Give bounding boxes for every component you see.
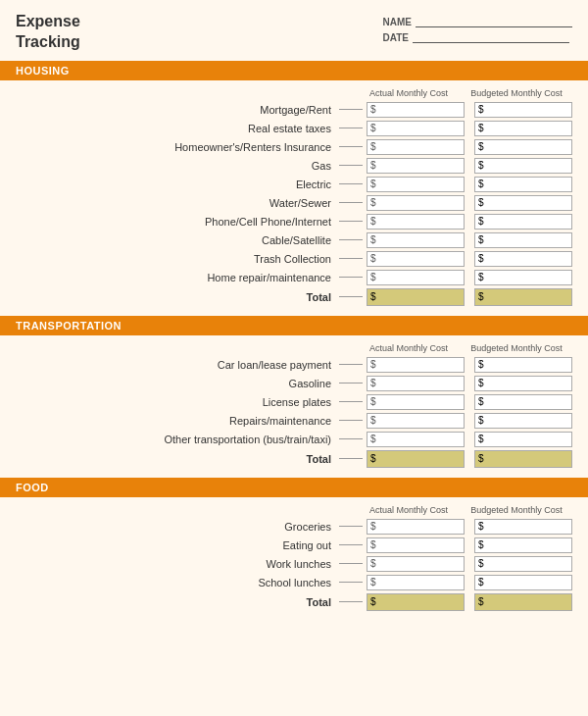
date-label: DATE: [383, 32, 409, 43]
housing-total-row: Total $ $: [16, 288, 572, 306]
food-total-actual[interactable]: $: [367, 593, 465, 611]
actual-input[interactable]: $: [367, 556, 465, 572]
budget-input[interactable]: $: [474, 413, 572, 429]
date-field[interactable]: DATE: [383, 31, 572, 43]
budget-input[interactable]: $: [474, 357, 572, 373]
actual-input[interactable]: $: [367, 575, 465, 590]
table-row: Phone/Cell Phone/Internet $ $: [16, 214, 572, 230]
table-row: Home repair/maintenance $ $: [16, 270, 572, 285]
table-row: Trash Collection $ $: [16, 251, 572, 267]
budget-input[interactable]: $: [474, 575, 572, 590]
actual-input[interactable]: $: [367, 270, 465, 285]
actual-input[interactable]: $: [367, 195, 465, 211]
table-row: Other transportation (bus/train/taxi) $ …: [16, 432, 572, 447]
table-row: Work lunches $ $: [16, 556, 572, 572]
budget-input[interactable]: $: [474, 432, 572, 447]
budget-input[interactable]: $: [474, 251, 572, 267]
table-row: Groceries $ $: [16, 519, 572, 535]
food-header: FOOD: [0, 478, 588, 497]
title-line1: Expense: [16, 13, 80, 29]
table-row: Water/Sewer $ $: [16, 195, 572, 211]
housing-body: Actual Monthly Cost Budgeted Monthly Cos…: [0, 80, 588, 316]
page-title: Expense Tracking: [16, 12, 80, 53]
budget-input[interactable]: $: [474, 556, 572, 572]
transportation-body: Actual Monthly Cost Budgeted Monthly Cos…: [0, 335, 588, 478]
budget-input[interactable]: $: [474, 232, 572, 248]
budget-input[interactable]: $: [474, 376, 572, 391]
food-section: FOOD Actual Monthly Cost Budgeted Monthl…: [0, 478, 588, 621]
transportation-total-budget[interactable]: $: [474, 450, 572, 468]
transportation-actual-header: Actual Monthly Cost: [355, 343, 463, 353]
actual-input[interactable]: $: [367, 121, 465, 136]
table-row: Car loan/lease payment $ $: [16, 357, 572, 373]
table-row: Gasoline $ $: [16, 376, 572, 391]
actual-input[interactable]: $: [367, 158, 465, 174]
actual-input[interactable]: $: [367, 413, 465, 429]
budget-input[interactable]: $: [474, 158, 572, 174]
budget-input[interactable]: $: [474, 195, 572, 211]
budget-input[interactable]: $: [474, 177, 572, 192]
actual-input[interactable]: $: [367, 357, 465, 373]
transportation-total-row: Total $ $: [16, 450, 572, 468]
table-row: Electric $ $: [16, 177, 572, 192]
actual-input[interactable]: $: [367, 376, 465, 391]
actual-input[interactable]: $: [367, 232, 465, 248]
actual-input[interactable]: $: [367, 177, 465, 192]
transportation-total-actual[interactable]: $: [367, 450, 465, 468]
page-header: Expense Tracking NAME DATE: [0, 0, 588, 61]
housing-total-budget[interactable]: $: [474, 288, 572, 306]
housing-col-headers: Actual Monthly Cost Budgeted Monthly Cos…: [16, 88, 572, 98]
table-row: Cable/Satellite $ $: [16, 232, 572, 248]
budget-input[interactable]: $: [474, 394, 572, 410]
budget-input[interactable]: $: [474, 214, 572, 230]
budget-input[interactable]: $: [474, 121, 572, 136]
table-row: Mortgage/Rent $ $: [16, 102, 572, 118]
actual-input[interactable]: $: [367, 102, 465, 118]
table-row: Real estate taxes $ $: [16, 121, 572, 136]
actual-input[interactable]: $: [367, 139, 465, 155]
budget-input[interactable]: $: [474, 519, 572, 535]
transportation-section: TRANSPORTATION Actual Monthly Cost Budge…: [0, 316, 588, 478]
housing-total-actual[interactable]: $: [367, 288, 465, 306]
housing-section: HOUSING Actual Monthly Cost Budgeted Mon…: [0, 61, 588, 316]
table-row: Repairs/maintenance $ $: [16, 413, 572, 429]
food-body: Actual Monthly Cost Budgeted Monthly Cos…: [0, 497, 588, 621]
housing-header: HOUSING: [0, 61, 588, 80]
food-total-budget[interactable]: $: [474, 593, 572, 611]
table-row: Eating out $ $: [16, 537, 572, 553]
table-row: Homeowner's/Renters Insurance $ $: [16, 139, 572, 155]
actual-input[interactable]: $: [367, 537, 465, 553]
actual-input[interactable]: $: [367, 251, 465, 267]
housing-budgeted-header: Budgeted Monthly Cost: [463, 88, 570, 98]
transportation-budgeted-header: Budgeted Monthly Cost: [463, 343, 570, 353]
table-row: License plates $ $: [16, 394, 572, 410]
budget-input[interactable]: $: [474, 102, 572, 118]
expense-tracking-page: Expense Tracking NAME DATE HOUSING Actua…: [0, 0, 588, 621]
housing-actual-header: Actual Monthly Cost: [355, 88, 463, 98]
name-field[interactable]: NAME: [383, 16, 572, 27]
food-budgeted-header: Budgeted Monthly Cost: [463, 505, 570, 515]
food-actual-header: Actual Monthly Cost: [355, 505, 463, 515]
budget-input[interactable]: $: [474, 139, 572, 155]
name-label: NAME: [383, 17, 412, 27]
actual-input[interactable]: $: [367, 394, 465, 410]
date-line: [413, 31, 569, 43]
food-total-row: Total $ $: [16, 593, 572, 611]
actual-input[interactable]: $: [367, 432, 465, 447]
name-line: [416, 16, 572, 27]
table-row: School lunches $ $: [16, 575, 572, 590]
actual-input[interactable]: $: [367, 519, 465, 535]
budget-input[interactable]: $: [474, 537, 572, 553]
table-row: Gas $ $: [16, 158, 572, 174]
transportation-header: TRANSPORTATION: [0, 316, 588, 335]
title-line2: Tracking: [16, 33, 80, 50]
food-col-headers: Actual Monthly Cost Budgeted Monthly Cos…: [16, 505, 572, 515]
budget-input[interactable]: $: [474, 270, 572, 285]
header-fields: NAME DATE: [383, 12, 572, 43]
actual-input[interactable]: $: [367, 214, 465, 230]
transportation-col-headers: Actual Monthly Cost Budgeted Monthly Cos…: [16, 343, 572, 353]
